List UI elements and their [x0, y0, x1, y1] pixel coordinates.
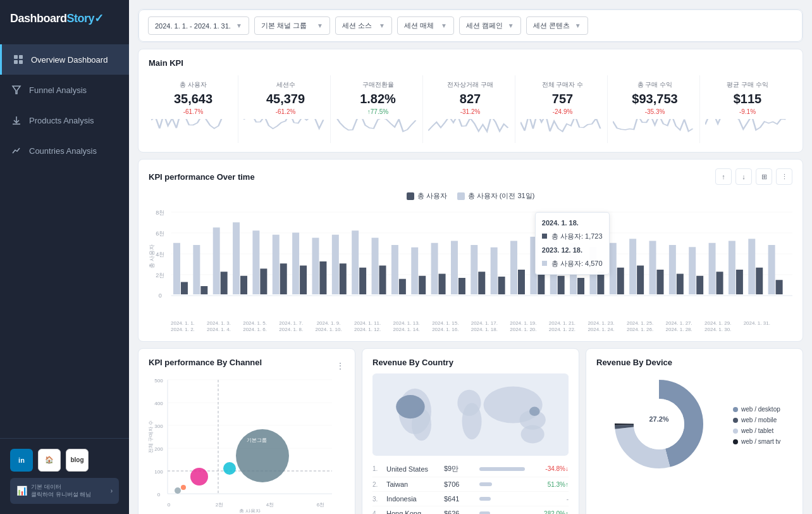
svg-rect-2 — [14, 60, 18, 64]
x-label: 2024. 1. 11.2024. 1. 12. — [354, 320, 381, 332]
kpi-label: 총 사용자 — [180, 80, 207, 89]
svg-text:300: 300 — [154, 423, 163, 429]
country-row-3: 3. Indonesia $641 - — [372, 492, 569, 506]
svg-text:0: 0 — [168, 502, 171, 508]
legend-item-mobile: web / mobile — [733, 417, 780, 423]
home-button[interactable]: 🏠 — [38, 449, 61, 472]
x-axis-labels: 2024. 1. 1.2024. 1. 2. 2024. 1. 3.2024. … — [149, 320, 792, 332]
sidebar: DashboardStory✓ Overview Dashboard Funne… — [0, 0, 129, 514]
sidebar-item-products[interactable]: Products Analysis — [0, 105, 129, 135]
country-row-1: 1. United States $9만 -34.8%↓ — [372, 461, 569, 477]
bubble-3 — [223, 462, 236, 475]
bubble-chart: 500 400 300 200 100 0 0 2천 4천 6천 — [149, 373, 345, 513]
svg-text:500: 500 — [154, 378, 163, 384]
bottom-row: KPI performance By Channel ⋮ 500 400 300… — [138, 348, 803, 514]
mini-sparkline — [336, 119, 420, 138]
chevron-down-icon: ▼ — [379, 22, 385, 29]
channel-more-button[interactable]: ⋮ — [336, 361, 345, 371]
svg-rect-3 — [19, 60, 23, 64]
x-label: 2024. 1. 21.2024. 1. 22. — [549, 320, 575, 332]
country-table: 1. United States $9만 -34.8%↓ 2. Taiwan $… — [372, 461, 569, 514]
legend-color-dark — [407, 192, 414, 200]
country-rank: 2. — [372, 481, 383, 488]
table-view-button[interactable]: ⊞ — [756, 168, 772, 185]
svg-text:총 사용자: 총 사용자 — [239, 508, 261, 513]
chart-actions: ↑ ↓ ⊞ ⋮ — [715, 168, 792, 185]
kpi-card-0: 총 사용자 35,643 -61.7% — [149, 75, 238, 143]
chevron-right-icon: › — [111, 487, 113, 494]
legend-label-previous: 총 사용자 (이전 31일) — [468, 191, 535, 201]
data-notice[interactable]: 📊 기본 데이터클릭하여 유니버설 해님 › — [10, 478, 119, 504]
x-label: 2024. 1. 13.2024. 1. 14. — [393, 320, 420, 332]
campaign-filter[interactable]: 세션 캠페인 ▼ — [459, 16, 521, 35]
social-icons: in 🏠 blog — [10, 449, 119, 472]
country-value: $706 — [444, 480, 476, 488]
sidebar-item-funnel[interactable]: Funnel Analysis — [0, 75, 129, 105]
kpi-value: 1.82% — [360, 92, 396, 106]
legend-item-previous: 총 사용자 (이전 31일) — [457, 191, 535, 201]
campaign-filter-label: 세션 캠페인 — [466, 21, 503, 30]
sort-desc-button[interactable]: ↓ — [735, 168, 752, 185]
kpi-card-6: 평균 구매 수익 $115 -9.1% — [703, 75, 792, 143]
bubble-4 — [175, 487, 181, 494]
kpi-card-3: 전자상거래 구매 827 -31.2% — [426, 75, 515, 143]
kpi-change: -61.2% — [276, 108, 296, 115]
kpi-value: 35,643 — [174, 92, 212, 106]
kpi-change: -61.7% — [183, 108, 204, 115]
medium-filter[interactable]: 세션 매체 ▼ — [397, 16, 454, 35]
x-label: 2024. 1. 19.2024. 1. 20. — [510, 320, 536, 332]
kpi-change: -31.2% — [460, 108, 481, 115]
kpi-value: 45,379 — [266, 92, 305, 106]
x-label: 2024. 1. 3.2024. 1. 4. — [207, 320, 231, 332]
date-filter[interactable]: 2024. 1. 1. - 2024. 1. 31. ▼ — [148, 16, 249, 35]
legend-label: web / mobile — [741, 417, 777, 423]
kpi-label: 총 구매 수익 — [637, 80, 673, 89]
download-icon — [10, 114, 23, 127]
sidebar-item-overview[interactable]: Overview Dashboard — [0, 44, 129, 75]
kpi-over-time-title: KPI performance Over time — [149, 172, 255, 182]
x-label: 2024. 1. 9.2024. 1. 10. — [315, 320, 341, 332]
kpi-value: $115 — [734, 92, 762, 106]
legend-item-current: 총 사용자 — [407, 191, 447, 201]
x-label: 2024. 1. 27.2024. 1. 28. — [666, 320, 692, 332]
main-kpi-title: Main KPI — [149, 58, 792, 68]
x-label: 2024. 1. 31. — [744, 320, 770, 332]
country-bar-wrap — [479, 497, 530, 501]
kpi-grid: 총 사용자 35,643 -61.7% 세션수 45,379 -61.2% 구매… — [149, 75, 792, 143]
svg-rect-1 — [19, 55, 23, 59]
country-bar-wrap — [479, 482, 530, 486]
legend-dot — [733, 439, 738, 444]
linkedin-button[interactable]: in — [10, 449, 33, 472]
donut-svg: 27.2% — [608, 373, 710, 475]
kpi-change: -35.3% — [645, 108, 665, 115]
x-label: 2024. 1. 1.2024. 1. 2. — [171, 320, 195, 332]
country-name: United States — [386, 465, 440, 473]
kpi-value: 827 — [460, 92, 481, 106]
x-label: 2024. 1. 17.2024. 1. 18. — [471, 320, 498, 332]
kpi-label: 구매전환율 — [362, 80, 394, 89]
grid-icon — [12, 53, 25, 66]
svg-text:100: 100 — [154, 469, 163, 475]
kpi-by-channel-title: KPI performance By Channel — [149, 358, 262, 367]
mini-sparkline — [151, 119, 235, 138]
revenue-by-device-card: Revenue By Device 27.2% — [586, 348, 803, 514]
sidebar-item-countries[interactable]: Countries Analysis — [0, 135, 129, 166]
content-filter[interactable]: 세션 콘텐츠 ▼ — [526, 16, 588, 35]
blog-button[interactable]: blog — [66, 449, 89, 472]
source-filter[interactable]: 세션 소스 ▼ — [335, 16, 392, 35]
nav-menu: Overview Dashboard Funnel Analysis Produ… — [0, 32, 129, 438]
legend-dot — [733, 429, 738, 434]
donut-legend: web / desktop web / mobile web / tablet … — [733, 406, 780, 445]
more-button[interactable]: ⋮ — [776, 168, 792, 185]
country-name: Taiwan — [386, 480, 440, 488]
legend-item-smarttv: web / smart tv — [733, 438, 780, 445]
donut-chart: 27.2% — [608, 373, 710, 477]
date-filter-label: 2024. 1. 1. - 2024. 1. 31. — [155, 22, 231, 30]
country-bar-wrap — [479, 467, 530, 471]
country-bar — [479, 467, 525, 471]
revenue-by-device-title: Revenue By Device — [596, 358, 792, 367]
sidebar-label-countries: Countries Analysis — [29, 146, 97, 156]
sort-asc-button[interactable]: ↑ — [715, 168, 732, 185]
channel-filter[interactable]: 기본 채널 그룹 ▼ — [254, 16, 330, 35]
country-value: $641 — [444, 495, 476, 503]
